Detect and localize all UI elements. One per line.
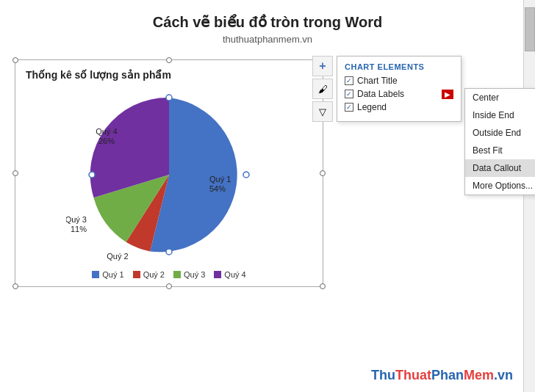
submenu-inside-end[interactable]: Inside End bbox=[465, 106, 535, 124]
legend-label-quy2: Quý 2 bbox=[143, 270, 165, 279]
legend-item-quy4: Quý 4 bbox=[214, 270, 245, 279]
ce-label-legend: Legend bbox=[357, 102, 387, 112]
legend-color-quy4 bbox=[214, 271, 221, 278]
handle-bl bbox=[12, 283, 18, 289]
chart-style-button[interactable]: 🖌 bbox=[312, 79, 333, 99]
pie-handle-top bbox=[166, 95, 172, 101]
pct-quy4: 26% bbox=[98, 137, 115, 145]
handle-mr bbox=[320, 170, 326, 176]
submenu-best-fit[interactable]: Best Fit bbox=[465, 142, 535, 159]
pct-quy2: 9% bbox=[112, 261, 123, 263]
data-labels-submenu: Center Inside End Outside End Best Fit D… bbox=[464, 88, 535, 195]
handle-tm bbox=[166, 57, 172, 63]
legend-color-quy1 bbox=[92, 271, 99, 278]
brand-vn: .vn bbox=[494, 368, 513, 382]
ce-label-chart-title: Chart Title bbox=[357, 76, 398, 86]
submenu-data-callout[interactable]: Data Callout bbox=[465, 159, 535, 177]
handle-ml bbox=[12, 170, 18, 176]
chart-elements-panel: CHART ELEMENTS Chart Title Data Labels ▶… bbox=[337, 56, 462, 122]
submenu-outside-end[interactable]: Outside End bbox=[465, 124, 535, 142]
page-subtitle: thuthuatphanmem.vn bbox=[0, 34, 535, 45]
pie-chart-svg[interactable]: Quý 1 54% Quý 2 9% Quý 3 11% Quý 4 26% bbox=[66, 87, 272, 263]
pie-handle-right bbox=[243, 172, 249, 178]
chart-filter-button[interactable]: ▽ bbox=[312, 101, 333, 122]
footer-brand: ThuThuatPhanMem.vn bbox=[371, 368, 513, 383]
pie-handle-bottom bbox=[166, 249, 172, 255]
label-quy3: Quý 3 bbox=[66, 215, 87, 224]
legend-color-quy3 bbox=[173, 271, 181, 278]
label-quy1: Quý 1 bbox=[209, 175, 231, 184]
ce-arrow-data-labels[interactable]: ▶ bbox=[442, 90, 453, 99]
chart-toolbar: + 🖌 ▽ bbox=[312, 56, 333, 122]
label-quy2: Quý 2 bbox=[107, 252, 128, 261]
legend-label-quy1: Quý 1 bbox=[102, 270, 123, 279]
add-element-button[interactable]: + bbox=[312, 56, 333, 76]
ce-item-data-labels[interactable]: Data Labels ▶ bbox=[345, 89, 453, 99]
legend-item-quy1: Quý 1 bbox=[92, 270, 123, 279]
submenu-more-options[interactable]: More Options... bbox=[465, 177, 535, 195]
ce-item-chart-title[interactable]: Chart Title bbox=[345, 76, 453, 86]
pie-container[interactable]: Quý 1 54% Quý 2 9% Quý 3 11% Quý 4 26% bbox=[26, 87, 312, 263]
ce-checkbox-data-labels[interactable] bbox=[345, 90, 353, 98]
brand-thu: Thu bbox=[371, 368, 395, 382]
page-header: Cách vẽ biểu đồ tròn trong Word thuthuat… bbox=[0, 0, 535, 48]
chart-box: Thống kê số lượng sản phẩm bbox=[15, 59, 323, 287]
legend-color-quy2 bbox=[133, 271, 140, 278]
legend-item-quy3: Quý 3 bbox=[173, 270, 205, 279]
ce-item-left-chart-title: Chart Title bbox=[345, 76, 398, 86]
ce-item-left-legend: Legend bbox=[345, 102, 387, 112]
ce-item-legend[interactable]: Legend bbox=[345, 102, 453, 112]
pie-handle-left bbox=[89, 172, 95, 178]
ce-label-data-labels: Data Labels bbox=[357, 89, 404, 99]
brand-phan: Phan bbox=[431, 368, 464, 382]
handle-tl bbox=[12, 57, 18, 63]
ce-item-left-data-labels: Data Labels bbox=[345, 89, 404, 99]
legend-label-quy3: Quý 3 bbox=[184, 270, 205, 279]
chart-legend: Quý 1 Quý 2 Quý 3 Quý 4 bbox=[26, 270, 312, 279]
chart-elements-title: CHART ELEMENTS bbox=[345, 62, 453, 71]
pct-quy1: 54% bbox=[209, 184, 226, 193]
scrollbar-thumb[interactable] bbox=[525, 7, 535, 51]
legend-label-quy4: Quý 4 bbox=[224, 270, 245, 279]
label-quy4: Quý 4 bbox=[96, 127, 117, 136]
ce-checkbox-chart-title[interactable] bbox=[345, 76, 353, 85]
brand-thuat: Thuat bbox=[395, 368, 431, 382]
pct-quy3: 11% bbox=[71, 225, 87, 233]
page-title: Cách vẽ biểu đồ tròn trong Word bbox=[0, 13, 535, 31]
brand-mem: Mem bbox=[464, 368, 494, 382]
handle-bm bbox=[166, 283, 172, 289]
chart-title: Thống kê số lượng sản phẩm bbox=[26, 69, 312, 81]
handle-br bbox=[320, 283, 326, 289]
submenu-center[interactable]: Center bbox=[465, 89, 535, 106]
ce-checkbox-legend[interactable] bbox=[345, 103, 353, 112]
legend-item-quy2: Quý 2 bbox=[133, 270, 165, 279]
